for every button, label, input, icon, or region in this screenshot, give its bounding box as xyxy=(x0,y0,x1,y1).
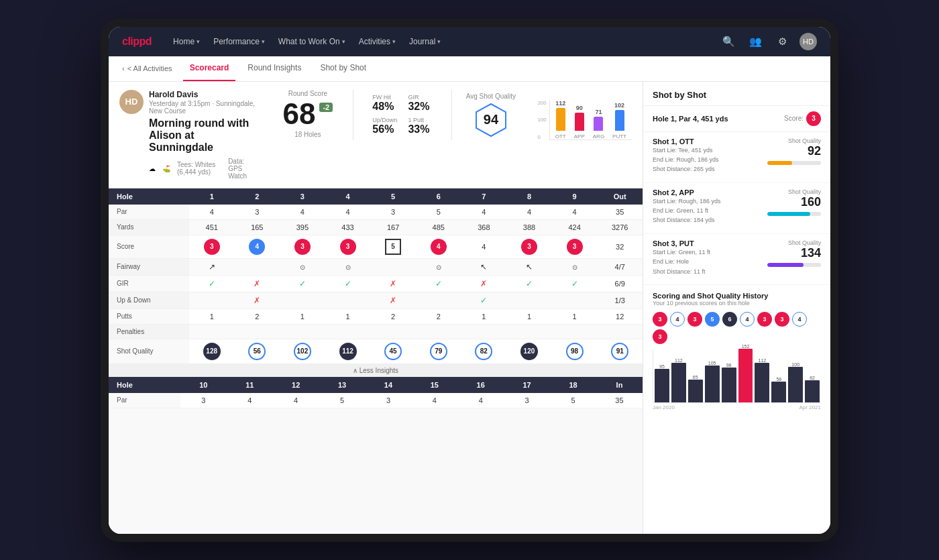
table-row-shot-quality: Shot Quality 128 56 102 112 45 79 82 120… xyxy=(109,339,643,363)
label-gir: GIR xyxy=(109,275,189,292)
round-meta: ☁ ⛳ Tees: Whites (6,444 yds) Data: GPS W… xyxy=(149,158,260,180)
label-par: Par xyxy=(109,205,189,220)
shot-2-quality-bar xyxy=(767,212,810,216)
nav-what-to-work-on[interactable]: What to Work On ▾ xyxy=(273,34,351,49)
nav-icons: 🔍 👥 ⚙ HD xyxy=(719,32,817,51)
player-name: Harold Davis xyxy=(149,90,260,99)
round-score-value: 68 xyxy=(282,97,315,131)
col-11: 11 xyxy=(227,377,273,393)
tab-round-insights[interactable]: Round Insights xyxy=(241,56,308,81)
score-hole-1[interactable]: 3 xyxy=(204,239,220,255)
app-logo: clippd xyxy=(122,36,152,48)
avg-quality-label: Avg Shot Quality xyxy=(466,93,516,100)
col-hole: Hole xyxy=(109,188,189,205)
score-hole-5[interactable]: 5 xyxy=(385,239,401,255)
hit-stats: FW Hit 48% GIR 32% Up/Down 56% xyxy=(362,94,443,135)
shot-3-quality-bar xyxy=(767,263,804,267)
gir-label: GIR xyxy=(408,94,433,101)
up-down-label: Up/Down xyxy=(372,117,397,123)
back-all-activities[interactable]: ‹ < All Activities xyxy=(122,64,172,72)
hole-title: Hole 1, Par 4, 451 yds xyxy=(653,115,728,123)
history-scores: 3 4 3 5 6 4 3 3 4 3 xyxy=(653,312,821,344)
label-up-down: Up & Down xyxy=(109,292,189,309)
chart-bar-app: 90 APP xyxy=(574,105,585,139)
home-chevron-icon: ▾ xyxy=(197,38,200,45)
col-4: 4 xyxy=(325,188,371,205)
back-arrow-icon: ‹ xyxy=(122,64,125,72)
notifications-icon[interactable]: 👥 xyxy=(746,32,765,51)
data-source: Data: GPS Watch xyxy=(228,158,260,180)
sq-hole-3: 102 xyxy=(294,343,311,360)
score-hole-3[interactable]: 3 xyxy=(294,239,311,255)
shot-1-header: Shot 1, OTT Start Lie: Tee, 451 yds End … xyxy=(653,137,821,174)
shot-1-card: Shot 1, OTT Start Lie: Tee, 451 yds End … xyxy=(643,132,830,183)
main-panel: HD Harold Davis Yesterday at 3:15pm · Su… xyxy=(109,82,643,534)
col-10: 10 xyxy=(180,377,227,393)
hist-score-1: 4 xyxy=(670,312,685,327)
shot-3-card: Shot 3, PUT Start Lie: Green, 11 ft End … xyxy=(643,234,830,285)
scorecard-table: Hole 1 2 3 4 5 6 7 8 9 Out xyxy=(109,188,643,364)
col-8: 8 xyxy=(506,188,552,205)
nav-activities[interactable]: Activities ▾ xyxy=(353,34,401,49)
one-putt-value: 33% xyxy=(408,123,433,135)
hist-score-7: 3 xyxy=(775,312,789,327)
gir-stat: GIR 32% xyxy=(408,94,433,113)
tablet-frame: clippd Home ▾ Performance ▾ What to Work… xyxy=(101,19,838,542)
weather-icon: ☁ xyxy=(149,165,156,172)
nav-home[interactable]: Home ▾ xyxy=(168,34,205,49)
tab-shot-by-shot[interactable]: Shot by Shot xyxy=(313,56,373,81)
hist-bar-9: 62 xyxy=(805,376,820,402)
less-insights-toggle[interactable]: ∧ Less Insights xyxy=(109,364,643,377)
hist-bar-4: 98 xyxy=(722,363,736,402)
hist-score-6: 3 xyxy=(757,312,772,327)
tab-scorecard[interactable]: Scorecard xyxy=(183,56,236,81)
round-score-box: Round Score 68 -2 18 Holes xyxy=(273,90,353,140)
hist-bar-1: 112 xyxy=(671,358,686,402)
label-par-back: Par xyxy=(109,393,180,408)
col-14: 14 xyxy=(366,377,412,393)
sq-hole-1: 128 xyxy=(203,343,221,360)
history-title: Scoring and Shot Quality History xyxy=(653,292,821,300)
avg-quality-hexagon: 94 xyxy=(474,103,508,137)
col-hole-back: Hole xyxy=(109,377,180,393)
col-18: 18 xyxy=(550,377,596,393)
settings-icon[interactable]: ⚙ xyxy=(773,32,791,51)
sq-hole-7: 82 xyxy=(475,343,492,360)
col-6: 6 xyxy=(416,188,461,205)
shot-1-quality-bar xyxy=(767,161,792,165)
one-putt-stat: 1 Putt 33% xyxy=(408,117,433,135)
label-shot-quality: Shot Quality xyxy=(109,339,189,363)
score-label: Score: xyxy=(784,115,804,122)
search-icon[interactable]: 🔍 xyxy=(719,32,738,51)
history-section: Scoring and Shot Quality History Your 10… xyxy=(643,285,830,417)
hist-score-0: 3 xyxy=(653,312,667,327)
tablet-screen: clippd Home ▾ Performance ▾ What to Work… xyxy=(109,27,830,534)
one-putt-label: 1 Putt xyxy=(408,117,433,123)
up-down-stat: Up/Down 56% xyxy=(372,117,397,135)
user-avatar[interactable]: HD xyxy=(799,33,817,50)
table-row-fairway: Fairway ↗ ⊙ ⊙ ⊙ ↖ ↖ ⊙ 4/7 xyxy=(109,258,643,275)
label-penalties: Penalties xyxy=(109,324,189,339)
score-hole-4[interactable]: 3 xyxy=(340,239,356,255)
history-subtitle: Your 10 previous scores on this hole xyxy=(653,300,821,306)
shot-3-title: Shot 3, PUT xyxy=(653,239,710,247)
score-hole-9[interactable]: 3 xyxy=(567,239,583,255)
sq-hole-9: 98 xyxy=(566,343,584,360)
score-hole-2[interactable]: 4 xyxy=(249,239,265,255)
chart-bar-putt: 102 PUTT xyxy=(612,102,626,139)
history-chart: 95 112 65 1 xyxy=(653,349,821,403)
scorecard-table-back: Hole 10 11 12 13 14 15 16 17 18 In xyxy=(109,377,643,408)
shot-2-header: Shot 2, APP Start Lie: Rough, 186 yds En… xyxy=(653,188,821,225)
tabs-bar: ‹ < All Activities Scorecard Round Insig… xyxy=(109,56,830,82)
score-hole-6[interactable]: 4 xyxy=(431,239,447,255)
chart-bar-ott: 112 OTT xyxy=(555,100,566,139)
round-time: Yesterday at 3:15pm · Sunningdale, New C… xyxy=(149,100,260,115)
hist-score-4: 6 xyxy=(722,312,737,327)
col-2: 2 xyxy=(235,188,280,205)
journal-chevron-icon: ▾ xyxy=(437,38,441,45)
label-yards: Yards xyxy=(109,219,189,235)
score-hole-8[interactable]: 3 xyxy=(521,239,537,255)
shot-1-title: Shot 1, OTT xyxy=(653,137,719,146)
nav-performance[interactable]: Performance ▾ xyxy=(208,34,270,49)
nav-journal[interactable]: Journal ▾ xyxy=(404,34,446,49)
